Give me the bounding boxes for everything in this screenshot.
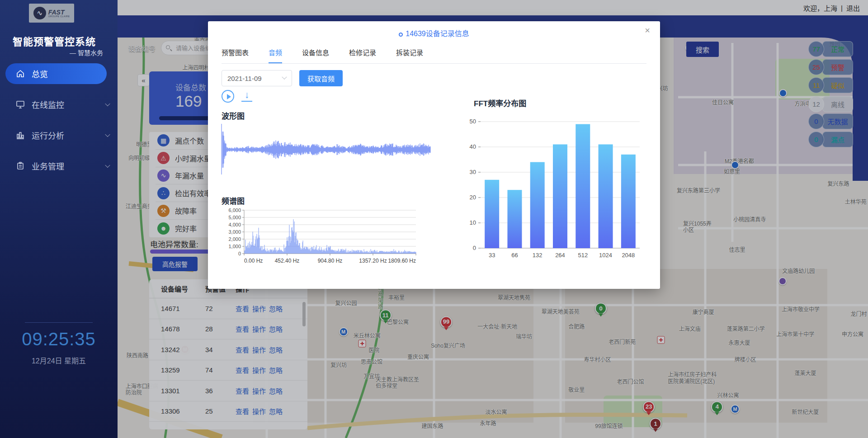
svg-text:3,000: 3,000 (228, 229, 241, 235)
svg-text:1357.20 Hz: 1357.20 Hz (359, 258, 387, 264)
chevron-down-icon (105, 163, 110, 168)
svg-text:0: 0 (238, 251, 241, 256)
svg-text:5,000: 5,000 (228, 215, 241, 220)
chevron-down-icon (105, 101, 110, 106)
modal-tab[interactable]: 设备信息 (302, 47, 329, 63)
app-title: 智能预警管控系统 (0, 33, 108, 48)
modal-tab[interactable]: 音频 (269, 47, 282, 63)
clock-date: 12月24日 星期五 (0, 355, 118, 366)
waveform-chart (221, 122, 431, 176)
fft-bar (530, 162, 545, 248)
modal-title: 14639设备记录信息 (208, 28, 660, 38)
sidebar-item-label: 总览 (32, 68, 48, 80)
svg-text:1809.60 Hz: 1809.60 Hz (388, 258, 416, 264)
svg-text:2048: 2048 (622, 252, 635, 259)
waveform-title: 波形图 (222, 110, 245, 121)
svg-text:452.40 Hz: 452.40 Hz (275, 258, 300, 264)
fft-bar (553, 144, 567, 248)
svg-text:10: 10 (470, 219, 476, 226)
sidebar-item-analysis[interactable]: 运行分析 (0, 125, 118, 146)
app-root: ∿ FAST GROUPE CLAIRE 智能预警管控系统 — 智慧水务 总览 … (0, 0, 868, 438)
svg-text:0: 0 (473, 245, 476, 251)
fft-title: FFT频率分布图 (474, 97, 526, 108)
chevron-down-icon (282, 75, 287, 80)
device-record-modal: 14639设备记录信息 × 预警图表音频设备信息检修记录拆装记录 2021-11… (208, 21, 660, 289)
close-icon[interactable]: × (645, 26, 650, 35)
svg-text:904.80 Hz: 904.80 Hz (318, 258, 343, 264)
logo-brand-sub: GROUPE CLAIRE (48, 15, 70, 18)
clock-time: 09:25:35 (0, 329, 118, 349)
svg-text:33: 33 (489, 252, 495, 259)
svg-text:6,000: 6,000 (228, 207, 241, 213)
fft-bar (576, 124, 590, 248)
sidebar: ∿ FAST GROUPE CLAIRE 智能预警管控系统 — 智慧水务 总览 … (0, 0, 118, 438)
fft-bar (485, 180, 499, 248)
svg-text:512: 512 (578, 252, 588, 259)
svg-text:50: 50 (470, 118, 476, 125)
home-icon (15, 69, 25, 78)
company-logo: ∿ FAST GROUPE CLAIRE (29, 4, 74, 23)
sidebar-menu: 总览 在线监控 运行分析 业务管理 (0, 63, 118, 186)
svg-text:40: 40 (470, 143, 476, 150)
date-select-value: 2021-11-09 (227, 75, 262, 82)
app-subtitle: — 智慧水务 (70, 48, 103, 57)
modal-tabs: 预警图表音频设备信息检修记录拆装记录 (222, 47, 646, 64)
logo-wave-icon: ∿ (33, 7, 46, 19)
spectrum-title: 频谱图 (222, 195, 245, 206)
modal-tab[interactable]: 检修记录 (349, 47, 376, 63)
clock-divider (25, 322, 93, 323)
fft-bar (621, 155, 636, 248)
clock-panel: 09:25:35 12月24日 星期五 (0, 322, 118, 366)
svg-text:1024: 1024 (599, 252, 612, 259)
svg-text:4,000: 4,000 (228, 222, 241, 227)
fft-bar (507, 190, 522, 248)
download-icon[interactable]: ↓ (241, 89, 252, 102)
ring-icon (399, 33, 403, 37)
date-select[interactable]: 2021-11-09 (222, 70, 292, 86)
sidebar-item-label: 在线监控 (32, 99, 64, 110)
chevron-down-icon (105, 132, 110, 137)
modal-tab[interactable]: 拆装记录 (396, 47, 423, 63)
svg-text:2,000: 2,000 (228, 236, 241, 242)
clipboard-icon (15, 161, 25, 170)
content-area: 欢迎，上海 | 退出 南京西路上海四明村明德里向明初 (118, 0, 868, 438)
svg-text:132: 132 (533, 252, 542, 259)
svg-text:66: 66 (511, 252, 518, 259)
sidebar-item-label: 运行分析 (32, 129, 64, 141)
svg-text:30: 30 (470, 169, 476, 175)
svg-text:0.00 Hz: 0.00 Hz (244, 258, 263, 264)
fetch-audio-button[interactable]: 获取音频 (299, 70, 343, 86)
modal-tab[interactable]: 预警图表 (222, 47, 249, 63)
spectrum-chart: 6,0005,0004,0003,0002,0001,00000.00 Hz45… (221, 206, 420, 270)
fft-bar (599, 144, 613, 248)
bar-chart-icon (15, 131, 25, 140)
play-icon[interactable] (222, 90, 234, 103)
sidebar-item-label: 业务管理 (32, 160, 64, 172)
logo-brand: FAST (48, 9, 70, 15)
monitor-icon (15, 100, 25, 109)
sidebar-item-online-monitor[interactable]: 在线监控 (0, 94, 118, 115)
sidebar-item-business[interactable]: 业务管理 (0, 155, 118, 176)
svg-text:1,000: 1,000 (228, 244, 241, 249)
svg-text:20: 20 (470, 194, 476, 201)
sidebar-item-overview[interactable]: 总览 (5, 63, 107, 84)
fft-bar-chart: 01020304050336613226451210242048 (459, 110, 649, 282)
svg-text:264: 264 (555, 252, 565, 259)
